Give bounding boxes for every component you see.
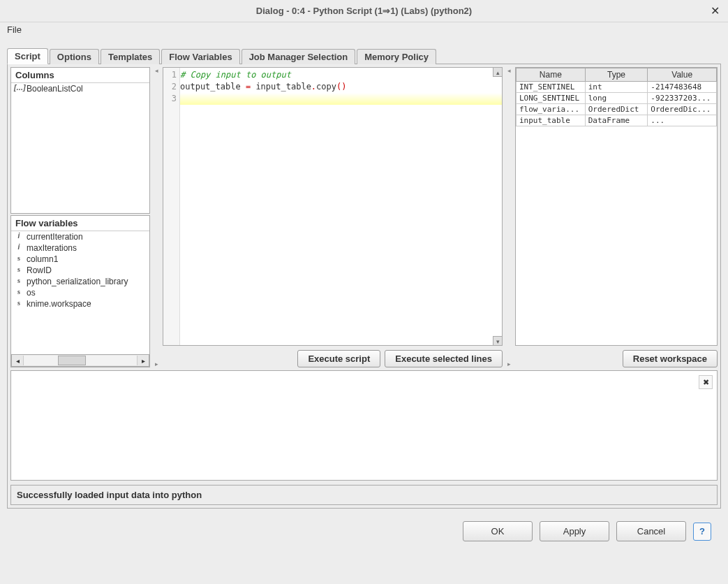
tab-memory-policy[interactable]: Memory Policy [357,49,436,64]
columns-panel: Columns […] BooleanListCol [10,67,150,214]
window-title: Dialog - 0:4 - Python Script (1⇒1) (Labs… [256,6,472,16]
flow-variables-panel: Flow variables icurrentIteration imaxIte… [10,215,150,367]
help-button[interactable]: ? [693,523,711,541]
table-row[interactable]: flow_varia...OrderedDictOrderedDic... [517,104,717,115]
table-row[interactable]: input_tableDataFrame ... [517,115,717,126]
column-name: BooleanListCol [27,84,83,94]
list-item[interactable]: […] BooleanListCol [11,83,149,94]
scroll-right-icon[interactable]: ▸ [138,357,149,365]
reset-workspace-button[interactable]: Reset workspace [623,350,718,367]
table-row[interactable]: LONG_SENTINELlong-922337203... [517,93,717,104]
cancel-button[interactable]: Cancel [616,521,686,541]
menu-file[interactable]: File [7,24,22,35]
console-output[interactable]: ✖ [10,370,718,481]
list-item[interactable]: imaxIterations [11,242,149,254]
string-icon: s [14,288,24,298]
splitter-right[interactable]: ◂ ▸ [507,67,511,367]
list-item[interactable]: spython_serialization_library [11,276,149,287]
tab-page-script: Columns […] BooleanListCol Flow variable… [7,64,721,509]
string-icon: s [14,299,24,309]
clear-console-icon[interactable]: ✖ [699,375,713,389]
close-icon[interactable]: ✕ [711,4,720,17]
scroll-down-icon[interactable]: ▾ [493,336,503,346]
string-icon: s [14,254,24,264]
tab-templates[interactable]: Templates [101,49,160,64]
collapse-left-icon[interactable]: ◂ [155,67,158,74]
tab-flow-variables[interactable]: Flow Variables [161,49,239,64]
scroll-up-icon[interactable]: ▴ [493,67,503,77]
col-name[interactable]: Name [517,68,586,82]
code-editor[interactable]: ▴ ▾ 123 # Copy input to output output_ta… [163,67,503,346]
dialog-button-bar: OK Apply Cancel ? [7,509,721,554]
execute-script-button[interactable]: Execute script [297,350,380,367]
ok-button[interactable]: OK [463,521,533,541]
h-scrollbar[interactable]: ◂ ▸ [11,354,149,367]
titlebar: Dialog - 0:4 - Python Script (1⇒1) (Labs… [0,0,728,22]
menubar: File [0,22,728,39]
string-icon: s [14,277,24,286]
list-item[interactable]: sknime.workspace [11,298,149,309]
scroll-track[interactable] [23,356,138,365]
editor-content[interactable]: # Copy input to output output_table = in… [180,68,502,345]
columns-list[interactable]: […] BooleanListCol [11,83,149,213]
columns-header: Columns [11,68,149,83]
status-text: Successfully loaded input data into pyth… [17,490,202,500]
tab-script[interactable]: Script [7,48,48,64]
scroll-left-icon[interactable]: ◂ [12,357,23,365]
flowvars-list[interactable]: icurrentIteration imaxIterations scolumn… [11,231,149,354]
expand-left-icon[interactable]: ▸ [507,360,511,367]
tab-bar: Script Options Templates Flow Variables … [7,48,721,64]
list-item[interactable]: icurrentIteration [11,231,149,242]
splitter-left[interactable]: ◂ ▸ [154,67,158,367]
table-row[interactable]: INT_SENTINELint-2147483648 [517,82,717,93]
tab-options[interactable]: Options [50,49,99,64]
expand-right-icon[interactable]: ▸ [155,360,158,367]
col-value[interactable]: Value [648,68,717,82]
workspace-table[interactable]: Name Type Value INT_SENTINELint-21474836… [515,67,718,346]
editor-gutter: 123 [163,68,180,345]
int-icon: i [14,232,24,242]
col-type[interactable]: Type [585,68,648,82]
string-icon: s [14,265,24,275]
flowvars-header: Flow variables [11,216,149,231]
int-icon: i [14,243,24,253]
list-item[interactable]: scolumn1 [11,254,149,265]
collapse-right-icon[interactable]: ◂ [507,67,511,74]
list-item[interactable]: sRowID [11,265,149,276]
list-item[interactable]: sos [11,287,149,298]
tab-job-manager[interactable]: Job Manager Selection [242,49,356,64]
status-bar: Successfully loaded input data into pyth… [10,485,718,505]
scroll-thumb[interactable] [58,356,86,365]
table-header-row: Name Type Value [517,68,717,82]
execute-selected-button[interactable]: Execute selected lines [385,350,503,367]
column-type-icon: […] [14,84,24,94]
apply-button[interactable]: Apply [540,521,609,541]
